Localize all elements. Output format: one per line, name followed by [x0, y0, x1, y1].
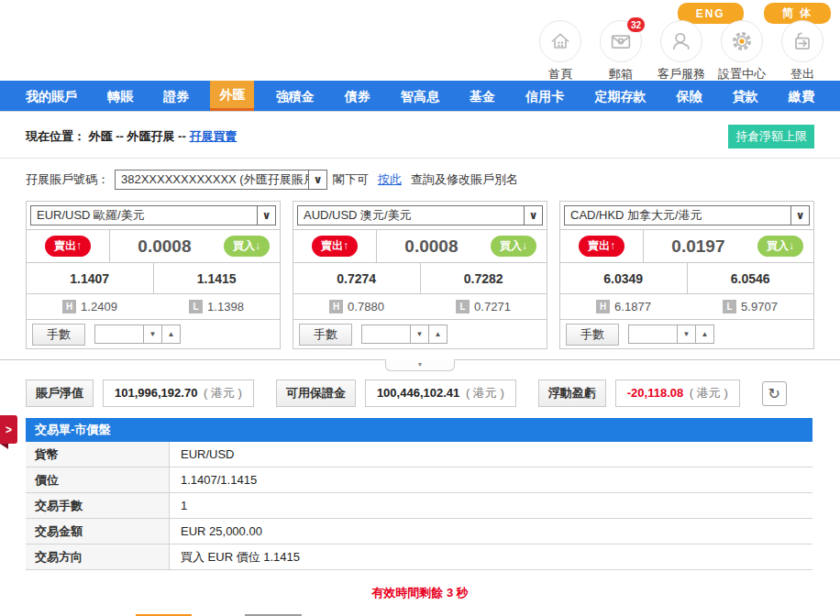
pair-select-row: CAD/HKD 加拿大元/港元 ∨	[560, 202, 813, 230]
nav-securities[interactable]: 證券	[154, 81, 198, 111]
nav-insurance[interactable]: 保險	[668, 81, 712, 111]
high-cell: H 6.1877	[560, 300, 687, 314]
lots-button[interactable]: 手數	[299, 324, 352, 346]
sell-button[interactable]: 賣出↑	[579, 236, 624, 257]
pair-select[interactable]: AUD/USD 澳元/美元 ∨	[297, 205, 543, 226]
alias-hint-suffix: 查詢及修改賬戶別名	[411, 171, 518, 188]
account-selector-row: 孖展賬戶號碼： 382XXXXXXXXXXXX (外匯孖展賬戶) ∨ 閣下可 按…	[0, 159, 840, 199]
spinner-down-icon[interactable]: ▼	[678, 324, 696, 344]
spinner-down-icon[interactable]: ▼	[411, 324, 429, 344]
amount-row-value: EUR 25,000.00	[170, 519, 812, 544]
alias-hint-link[interactable]: 按此	[378, 171, 402, 188]
high-low-row: H 6.1877 L 5.9707	[560, 294, 813, 320]
table-row: 交易方向 買入 EUR 價位 1.1415	[26, 544, 812, 570]
lots-input[interactable]	[361, 324, 411, 344]
buy-cell: 買入↓	[486, 236, 547, 257]
lots-button[interactable]: 手數	[566, 324, 619, 346]
customer-service-label: 客戶服務	[651, 66, 712, 82]
sell-button[interactable]: 賣出↑	[312, 236, 358, 257]
nav-my-accounts[interactable]: 我的賬戶	[17, 81, 86, 111]
table-row: 交易手數 1	[26, 493, 812, 519]
nav-bill-payment[interactable]: 繳費	[779, 81, 823, 111]
account-summary-row: 賬戶淨值 101,996,192.70 ( 港元 ) 可用保證金 100,446…	[26, 380, 814, 407]
buy-button[interactable]: 買入↓	[491, 236, 536, 257]
home-icon	[539, 20, 581, 62]
bid-price: 6.0349	[560, 263, 688, 293]
nav-credit-card[interactable]: 信用卡	[516, 81, 573, 111]
chevron-down-icon: ∨	[257, 206, 275, 225]
lots-stepper: ▼ ▲	[94, 324, 181, 344]
spinner-up-icon[interactable]: ▲	[429, 324, 448, 344]
table-row: 交易金額 EUR 25,000.00	[26, 519, 812, 544]
floating-pl-label: 浮動盈虧	[538, 380, 606, 407]
currency-row-value: EUR/USD	[170, 442, 812, 467]
ticket-table: 交易單-市價盤 貨幣 EUR/USD 價位 1.1407/1.1415 交易手數…	[26, 418, 812, 570]
bookmark-arrow-icon: >	[6, 424, 12, 436]
pair-select[interactable]: EUR/USD 歐羅/美元 ∨	[30, 205, 276, 226]
price-action-row: 賣出↑ 0.0008 買入↓	[27, 230, 280, 263]
low-tag: L	[189, 300, 203, 314]
breadcrumb: 現在位置： 外匯 -- 外匯孖展 -- 孖展買賣	[26, 128, 237, 145]
nav-smart-interest[interactable]: 智高息	[392, 81, 448, 111]
nav-bonds[interactable]: 債券	[336, 81, 380, 111]
arrow-down-icon: ↓	[522, 239, 527, 252]
customer-service-shortcut[interactable]: 客戶服務	[651, 20, 712, 82]
buy-button[interactable]: 買入↓	[224, 236, 270, 257]
spinner-up-icon[interactable]: ▲	[696, 324, 714, 344]
lots-input[interactable]	[94, 324, 144, 344]
direction-row-value: 買入 EUR 價位 1.1415	[170, 544, 812, 569]
bid-price: 0.7274	[293, 263, 421, 293]
spinner-up-icon[interactable]: ▲	[162, 324, 181, 344]
lots-button[interactable]: 手數	[32, 324, 85, 346]
pair-select-row: AUD/USD 澳元/美元 ∨	[293, 202, 547, 230]
margin-account-label: 孖展賬戶號碼：	[26, 171, 109, 188]
side-panel-toggle[interactable]: >	[0, 415, 17, 444]
nav-forex[interactable]: 外匯	[210, 81, 254, 111]
breadcrumb-prefix: 現在位置：	[26, 129, 85, 143]
high-cell: H 1.2409	[27, 300, 153, 314]
arrow-up-icon: ↑	[343, 239, 348, 252]
floating-pl-value: -20,118.08 ( 港元 )	[615, 380, 740, 407]
lots-row-value: 1	[170, 493, 812, 518]
customer-service-icon	[660, 20, 702, 62]
nav-funds[interactable]: 基金	[460, 81, 504, 111]
ask-price: 0.7282	[421, 263, 547, 293]
margin-account-select[interactable]: 382XXXXXXXXXXXX (外匯孖展賬戶) ∨	[115, 170, 327, 190]
high-value: 6.1877	[614, 300, 651, 314]
high-low-row: H 0.7880 L 0.7271	[293, 294, 547, 320]
refresh-button[interactable]: ↻	[762, 381, 787, 406]
net-equity-label: 賬戶淨值	[26, 380, 94, 407]
currency-panel-audusd: AUD/USD 澳元/美元 ∨ 賣出↑ 0.0008 買入↓ 0.7274 0.…	[293, 201, 547, 349]
position-limit-button[interactable]: 持倉淨額上限	[728, 125, 814, 148]
low-cell: L 0.7271	[420, 300, 547, 314]
logout-shortcut[interactable]: 登出	[772, 20, 833, 82]
currency-panel-cadhkd: CAD/HKD 加拿大元/港元 ∨ 賣出↑ 0.0197 買入↓ 6.0349 …	[559, 201, 814, 349]
lots-stepper: ▼ ▲	[628, 324, 714, 344]
lots-input[interactable]	[628, 324, 678, 344]
spinner-down-icon[interactable]: ▼	[144, 324, 162, 344]
top-bar: ENG 简 体 首頁 32	[0, 0, 840, 81]
nav-time-deposit[interactable]: 定期存款	[585, 81, 655, 111]
breadcrumb-current-link[interactable]: 孖展買賣	[189, 129, 237, 143]
buy-button[interactable]: 買入↓	[757, 236, 803, 257]
settings-shortcut[interactable]: 設置中心	[712, 20, 772, 82]
breadcrumb-row: 現在位置： 外匯 -- 外匯孖展 -- 孖展買賣 持倉淨額上限	[0, 112, 840, 159]
pair-select-row: EUR/USD 歐羅/美元 ∨	[27, 202, 280, 230]
price-action-row: 賣出↑ 0.0197 買入↓	[560, 230, 813, 263]
bid-ask-row: 0.7274 0.7282	[293, 263, 547, 294]
nav-mpf[interactable]: 強積金	[267, 81, 324, 111]
sell-button[interactable]: 賣出↑	[45, 236, 91, 257]
nav-transfer[interactable]: 轉賬	[98, 81, 142, 111]
mailbox-shortcut[interactable]: 32 郵箱	[591, 20, 651, 82]
high-cell: H 0.7880	[293, 300, 420, 314]
spread-value: 0.0008	[377, 236, 486, 257]
nav-loans[interactable]: 貸款	[724, 81, 768, 111]
home-shortcut[interactable]: 首頁	[530, 20, 591, 82]
sell-cell: 賣出↑	[560, 230, 644, 262]
collapse-toggle[interactable]: ▼	[385, 359, 455, 371]
pair-select[interactable]: CAD/HKD 加拿大元/港元 ∨	[564, 205, 810, 226]
currency-panels: EUR/USD 歐羅/美元 ∨ 賣出↑ 0.0008 買入↓ 1.1407 1.…	[26, 201, 814, 349]
low-cell: L 5.9707	[687, 300, 813, 314]
ticket-title: 交易單-市價盤	[26, 418, 812, 442]
logout-icon	[781, 20, 823, 62]
